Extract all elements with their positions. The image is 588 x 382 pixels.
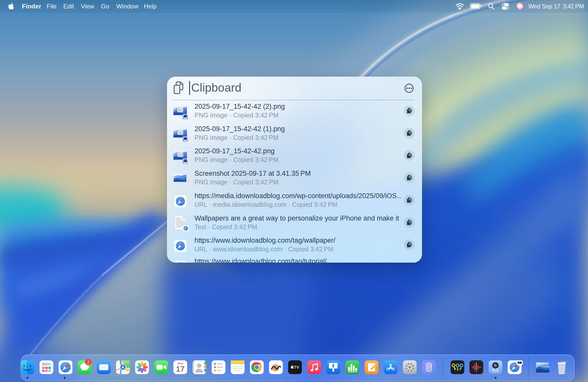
- svg-text:17: 17: [176, 365, 184, 373]
- svg-text:2: 2: [87, 360, 90, 365]
